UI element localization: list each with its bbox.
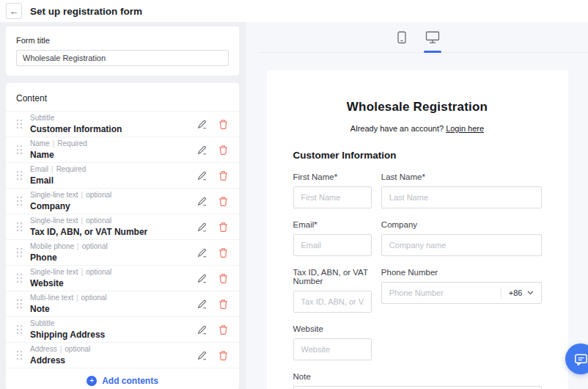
drag-handle-icon[interactable] (16, 247, 23, 258)
content-card: Content Subtitle| Customer Information (6, 83, 239, 389)
delete-icon[interactable] (218, 299, 229, 310)
country-code-value: +86 (509, 288, 523, 297)
item-type-line: Subtitle| (30, 319, 186, 328)
item-flag: optional (82, 242, 108, 250)
item-flag: Required (57, 139, 87, 148)
delete-icon[interactable] (218, 222, 229, 233)
edit-icon[interactable] (196, 299, 207, 310)
item-type: Multi-line text (30, 294, 73, 302)
item-name: Shipping Address (30, 330, 186, 340)
phone-input[interactable] (382, 288, 501, 297)
drag-handle-icon[interactable] (16, 222, 23, 232)
field-label: Phone Number (381, 268, 542, 277)
item-flag: Required (56, 165, 87, 173)
item-type: Subtitle (30, 319, 54, 327)
drag-handle-icon[interactable] (16, 119, 23, 129)
chat-icon (573, 352, 588, 367)
delete-icon[interactable] (218, 273, 229, 284)
edit-icon[interactable] (196, 170, 207, 181)
add-contents-button[interactable]: + Add contents (6, 368, 239, 389)
delete-icon[interactable] (218, 324, 229, 335)
multiline-input[interactable] (293, 386, 542, 389)
edit-icon[interactable] (196, 119, 207, 130)
content-item: Single-line text|optional Company (6, 188, 239, 214)
field-label: First Name* (293, 172, 372, 181)
login-here-link[interactable]: Login here (446, 124, 484, 133)
content-item: Multi-line text|optional Note (6, 291, 239, 316)
form-field: Website (293, 324, 372, 360)
type-separator: | (60, 345, 62, 353)
content-item: Address|optional Address (6, 342, 239, 368)
drag-handle-icon[interactable] (16, 324, 23, 335)
drag-handle-icon[interactable] (16, 350, 23, 360)
text-input[interactable] (381, 234, 542, 256)
edit-icon[interactable] (196, 196, 207, 207)
drag-handle-icon[interactable] (16, 299, 23, 309)
delete-icon[interactable] (218, 247, 229, 258)
item-type: Address (30, 345, 57, 353)
mobile-preview-button[interactable] (394, 30, 410, 45)
item-flag: optional (65, 345, 90, 353)
preview-area: Wholesale Registration Already have an a… (246, 53, 588, 389)
delete-icon[interactable] (218, 145, 229, 156)
content-item: Single-line text|optional Tax ID, ABN, o… (6, 214, 239, 239)
form-field-phone: Phone Number +86 (381, 268, 542, 313)
desktop-preview-button[interactable] (425, 30, 441, 45)
country-code-select[interactable]: +86 (501, 288, 541, 297)
item-type-line: Multi-line text|optional (30, 294, 186, 302)
drag-handle-icon[interactable] (16, 273, 23, 283)
type-separator: | (81, 268, 84, 276)
item-type: Subtitle (30, 114, 54, 122)
content-item: Subtitle| Customer Information (6, 111, 239, 137)
drag-handle-icon[interactable] (16, 170, 23, 181)
type-separator: | (53, 139, 55, 148)
item-name: Name (30, 150, 186, 160)
edit-icon[interactable] (196, 273, 207, 284)
item-type: Name (30, 139, 50, 148)
type-separator: | (51, 165, 54, 173)
drag-handle-icon[interactable] (16, 145, 23, 155)
text-input[interactable] (381, 186, 542, 208)
phone-input-group: +86 (381, 282, 542, 304)
edit-icon[interactable] (196, 222, 207, 233)
login-prompt: Already have an account? Login here (293, 124, 542, 133)
content-item: Subtitle| Shipping Address (6, 316, 239, 342)
delete-icon[interactable] (218, 196, 229, 207)
item-type-line: Email|Required (30, 165, 186, 174)
back-button[interactable]: ← (6, 3, 22, 19)
item-type-line: Single-line text|optional (30, 217, 186, 225)
item-type: Email (30, 165, 48, 173)
item-type: Single-line text (30, 191, 78, 199)
settings-panel: Form title Content Subtitle| Customer In… (6, 26, 239, 389)
type-separator: | (81, 191, 84, 199)
edit-icon[interactable] (196, 324, 207, 335)
text-input[interactable] (293, 234, 372, 256)
delete-icon[interactable] (218, 350, 229, 361)
text-input[interactable] (293, 291, 372, 313)
item-type: Mobile phone (30, 242, 74, 250)
type-separator: | (77, 242, 79, 250)
desktop-icon (425, 31, 440, 44)
delete-icon[interactable] (218, 170, 229, 181)
account-prompt-text: Already have an account? (350, 124, 444, 133)
drag-handle-icon[interactable] (16, 196, 23, 206)
edit-icon[interactable] (196, 350, 207, 361)
edit-icon[interactable] (196, 145, 207, 156)
main-layout: Form title Content Subtitle| Customer In… (0, 22, 588, 389)
type-separator: | (76, 294, 78, 302)
form-field: Company (381, 220, 542, 256)
delete-icon[interactable] (218, 119, 229, 130)
content-item: Email|Required Email (6, 162, 239, 188)
text-input[interactable] (293, 338, 372, 360)
text-input[interactable] (293, 186, 372, 208)
form-field: Email* (293, 220, 372, 256)
form-title-card: Form title (6, 26, 239, 76)
item-flag: optional (86, 217, 111, 225)
field-label: Last Name* (381, 172, 542, 181)
item-type-line: Name|Required (30, 139, 186, 148)
edit-icon[interactable] (196, 247, 207, 258)
item-name: Tax ID, ABN, or VAT Number (30, 227, 186, 237)
item-type-line: Address|optional (30, 345, 186, 354)
item-type: Single-line text (30, 268, 78, 276)
form-title-input[interactable] (16, 50, 229, 66)
